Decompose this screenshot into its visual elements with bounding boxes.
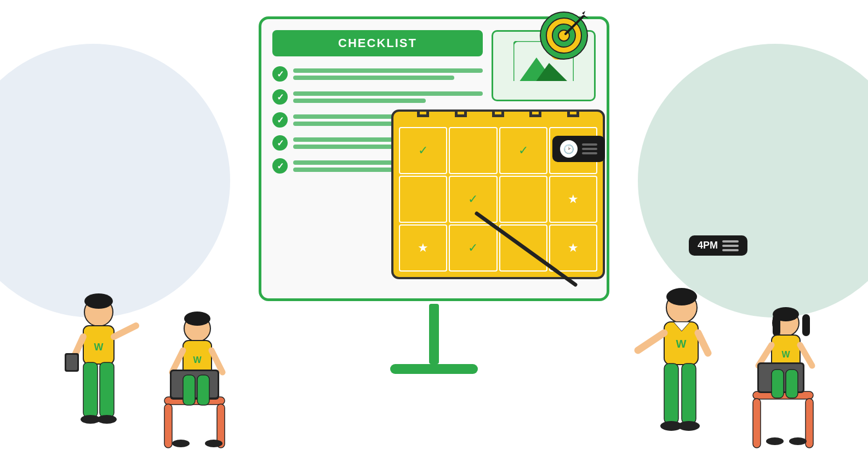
check-icon-1: ✓ (272, 66, 288, 82)
svg-rect-56 (773, 314, 780, 336)
svg-text:W: W (781, 350, 790, 359)
clock-badge: 🕑 (552, 136, 605, 162)
target-icon (539, 11, 589, 60)
svg-text:W: W (676, 338, 687, 350)
person-right-seated: W (742, 307, 830, 457)
ring-4 (529, 109, 541, 117)
svg-line-18 (75, 337, 83, 356)
svg-rect-26 (164, 404, 172, 448)
checklist-label: CHECKLIST (272, 30, 483, 56)
calendar: ✓ ✓ ✓ ★ ★ ✓ ★ (391, 109, 605, 279)
time-badge: 4PM (689, 235, 747, 256)
svg-rect-36 (183, 375, 195, 405)
svg-rect-22 (100, 362, 114, 417)
check-icon-2: ✓ (272, 89, 288, 105)
whiteboard-stand (390, 304, 478, 374)
cal-cell-2 (449, 127, 497, 174)
cal-cell-11 (499, 224, 547, 272)
ring-5 (567, 109, 579, 117)
stand-base (390, 364, 478, 374)
svg-point-50 (678, 421, 700, 431)
cal-cell-3: ✓ (499, 127, 547, 174)
cal-cell-5 (399, 176, 447, 223)
svg-rect-57 (802, 314, 810, 336)
svg-rect-21 (83, 362, 98, 417)
bg-blob-left (0, 44, 230, 318)
svg-point-14 (84, 293, 113, 309)
main-scene: CHECKLIST ✓ ✓ ✓ (0, 0, 868, 473)
svg-point-38 (172, 440, 190, 447)
svg-line-17 (114, 326, 136, 337)
svg-line-33 (212, 350, 222, 372)
svg-point-39 (205, 440, 222, 447)
svg-point-66 (766, 437, 784, 445)
svg-rect-37 (197, 375, 209, 405)
check-icon-5: ✓ (272, 158, 288, 174)
svg-point-29 (184, 312, 210, 326)
ring-2 (455, 109, 467, 117)
cal-cell-12: ★ (549, 224, 597, 272)
ring-1 (417, 109, 429, 117)
svg-rect-52 (753, 399, 761, 448)
cal-cell-8: ★ (549, 176, 597, 223)
check-icon-3: ✓ (272, 112, 288, 128)
ring-3 (492, 109, 504, 117)
cal-cell-9: ★ (399, 224, 447, 272)
svg-point-24 (97, 415, 117, 424)
svg-text:W: W (94, 342, 104, 353)
person-left-standing: W (55, 296, 142, 451)
cal-cell-10: ✓ (449, 224, 497, 272)
svg-rect-47 (664, 364, 678, 424)
stand-pole (429, 304, 439, 364)
checklist-item-1: ✓ (272, 66, 483, 82)
check-icon-4: ✓ (272, 135, 288, 151)
svg-rect-65 (786, 370, 798, 398)
cal-cell-7 (499, 176, 547, 223)
svg-rect-64 (772, 370, 784, 398)
svg-text:W: W (193, 355, 202, 365)
clock-badge-lines (582, 143, 597, 154)
clock-icon: 🕑 (560, 140, 578, 158)
person-left-seated: W (153, 312, 241, 457)
person-right-standing: W (632, 290, 731, 457)
cal-cell-1: ✓ (399, 127, 447, 174)
bg-blob-right (638, 44, 868, 318)
svg-line-32 (172, 350, 183, 372)
svg-line-45 (638, 333, 664, 350)
svg-rect-20 (66, 355, 77, 370)
time-label: 4PM (698, 240, 718, 251)
cal-cell-6: ✓ (449, 176, 497, 223)
svg-rect-53 (806, 399, 813, 448)
svg-point-67 (789, 437, 807, 445)
svg-line-46 (698, 333, 708, 353)
checklist-item-2: ✓ (272, 89, 483, 105)
calendar-rings (393, 109, 603, 117)
svg-rect-48 (682, 364, 696, 424)
svg-rect-11 (513, 81, 574, 90)
time-badge-lines (722, 240, 739, 251)
svg-point-41 (666, 288, 697, 305)
